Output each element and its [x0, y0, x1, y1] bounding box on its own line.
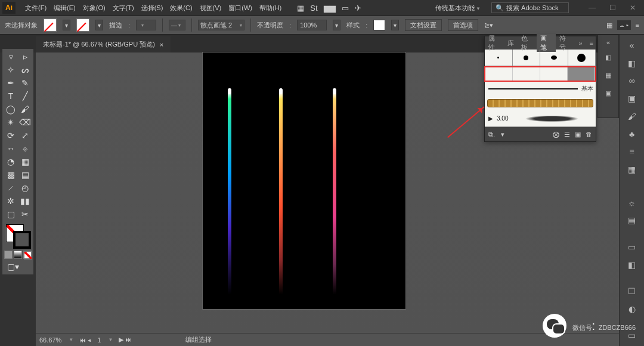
- gradient-mode-button[interactable]: [14, 251, 22, 259]
- bridge-icon[interactable]: ▦: [297, 4, 304, 13]
- menu-effect[interactable]: 效果(C): [166, 1, 196, 15]
- graphic-style-swatch[interactable]: [373, 20, 385, 30]
- properties-shortcut-icon[interactable]: ▣: [601, 86, 615, 100]
- direct-selection-tool[interactable]: ▹: [18, 50, 32, 63]
- brush-lib-menu-icon[interactable]: ▾: [501, 131, 504, 138]
- document-tab[interactable]: 未标题-1* @ 66.67% (RGB/GPU 预览) ×: [36, 36, 171, 52]
- symbol-sprayer-tool[interactable]: ✲: [4, 194, 18, 208]
- brush-libraries-icon[interactable]: ⧉.: [488, 131, 495, 138]
- document-setup-button[interactable]: 文档设置: [405, 19, 442, 31]
- brush-thumb[interactable]: [568, 50, 596, 66]
- pen-tool[interactable]: ✒: [4, 76, 18, 89]
- menu-edit[interactable]: 编辑(E): [50, 1, 79, 15]
- free-transform-tool[interactable]: ⟐: [18, 142, 32, 155]
- slice-tool[interactable]: ✂: [18, 208, 32, 221]
- ellipse-tool[interactable]: ◯: [4, 103, 18, 116]
- brush-thumb[interactable]: [540, 50, 568, 66]
- graphic-style-dropdown[interactable]: ▾: [391, 20, 399, 30]
- brushes-panel-icon[interactable]: 🖌: [624, 109, 640, 123]
- panel-menu-icon[interactable]: ≡: [636, 21, 639, 29]
- stroke-weight-field[interactable]: ▾: [136, 20, 156, 30]
- stroke-indicator[interactable]: [13, 231, 31, 249]
- align-panel-icon[interactable]: ▭: [624, 240, 640, 254]
- appearance-panel-icon[interactable]: ☼: [624, 196, 640, 210]
- brush-definition-dropdown[interactable]: 散点画笔 2▾: [198, 20, 244, 30]
- stock-icon[interactable]: St: [310, 4, 317, 13]
- paintbrush-tool[interactable]: 🖌: [18, 103, 32, 116]
- brush-thumb[interactable]: [485, 50, 513, 66]
- assets-panel-icon[interactable]: ▣: [624, 91, 640, 106]
- graphic-styles-icon[interactable]: ▤: [624, 213, 640, 227]
- new-brush-icon[interactable]: ▣: [575, 131, 581, 138]
- transform-panel-icon[interactable]: ☐: [624, 284, 640, 298]
- workspace-switcher[interactable]: 传统基本功能▼: [431, 2, 485, 14]
- shape-builder-tool[interactable]: ◔: [4, 155, 18, 168]
- selection-tool[interactable]: ▿: [4, 50, 18, 63]
- stroke-swatch-none[interactable]: [76, 18, 89, 32]
- menu-object[interactable]: 对象(O): [79, 1, 109, 15]
- gpu-icon[interactable]: ▭: [342, 4, 349, 13]
- brush-slot[interactable]: [540, 67, 568, 81]
- brush-chain-row[interactable]: [485, 96, 596, 110]
- expand-panels-icon[interactable]: «: [624, 38, 640, 52]
- window-maximize-button[interactable]: ☐: [603, 2, 621, 14]
- pathfinder-panel-icon[interactable]: ◧: [624, 258, 640, 272]
- shaper-tool[interactable]: ✴: [4, 116, 18, 129]
- brush-size-row[interactable]: ▶ 3.00: [485, 110, 596, 127]
- window-close-button[interactable]: ✕: [624, 2, 642, 14]
- symbols-panel-icon[interactable]: ♣: [624, 127, 640, 141]
- fill-stroke-control[interactable]: [4, 223, 32, 251]
- swatches-panel-icon[interactable]: ▦: [624, 162, 640, 177]
- panel-tab-libraries[interactable]: 库: [504, 39, 518, 48]
- eyedropper-tool[interactable]: ⟋: [4, 181, 18, 194]
- window-minimize-button[interactable]: —: [583, 2, 601, 14]
- preferences-button[interactable]: 首选项: [448, 19, 478, 31]
- screen-mode-button[interactable]: ▢▾: [4, 260, 32, 273]
- delete-brush-icon[interactable]: 🗑: [586, 131, 592, 138]
- column-graph-tool[interactable]: ▮▮: [18, 194, 32, 208]
- close-tab-icon[interactable]: ×: [160, 41, 163, 48]
- align-panel-icon[interactable]: ⫠▸: [617, 20, 631, 30]
- transform-panel-icon[interactable]: ▦: [606, 21, 612, 29]
- layers-panel-icon[interactable]: ◧: [624, 56, 640, 70]
- gradient-tool[interactable]: ▤: [18, 168, 32, 181]
- stroke-panel-icon[interactable]: ≡: [624, 145, 640, 159]
- brush-basic-row[interactable]: 基本: [485, 82, 596, 96]
- perspective-grid-tool[interactable]: ▦: [18, 155, 32, 168]
- search-stock-input[interactable]: 🔍 搜索 Adobe Stock: [491, 2, 569, 13]
- arrange-icon[interactable]: ▆▆: [324, 4, 336, 13]
- color-guide-icon[interactable]: ▦: [601, 69, 615, 82]
- cc-libraries-icon[interactable]: ∞: [624, 74, 640, 88]
- menu-type[interactable]: 文字(T): [109, 1, 138, 15]
- opacity-field[interactable]: 100%: [297, 20, 327, 30]
- menu-select[interactable]: 选择(S): [138, 1, 167, 15]
- zoom-level[interactable]: 66.67%: [39, 336, 61, 344]
- magic-wand-tool[interactable]: ✧: [4, 63, 18, 76]
- brush-slot-selected[interactable]: [568, 67, 595, 81]
- stroke-dropdown[interactable]: ▾: [95, 20, 103, 30]
- rotate-tool[interactable]: ⟳: [4, 129, 18, 142]
- menu-help[interactable]: 帮助(H): [256, 1, 285, 15]
- line-segment-tool[interactable]: ╱: [18, 89, 32, 103]
- artboard-tool[interactable]: ▢: [4, 208, 18, 221]
- fill-swatch-none[interactable]: [44, 18, 57, 32]
- color-mode-button[interactable]: [4, 251, 13, 259]
- expand-dock2-icon[interactable]: «: [606, 39, 610, 46]
- align-flyout-icon[interactable]: ⊵▾: [484, 21, 493, 29]
- remove-brush-stroke-icon[interactable]: ⨂: [553, 131, 559, 138]
- artboard-nav-prev[interactable]: ⏮ ◀: [79, 336, 91, 344]
- eraser-tool[interactable]: ⌫: [18, 116, 32, 129]
- color-panel-icon[interactable]: ◧: [601, 51, 615, 64]
- blend-tool[interactable]: ◴: [18, 181, 32, 194]
- fill-dropdown[interactable]: ▾: [63, 20, 70, 30]
- panel-tabs-overflow[interactable]: »: [575, 39, 586, 47]
- menu-file[interactable]: 文件(F): [21, 1, 50, 15]
- brush-options-icon[interactable]: ☰: [564, 131, 570, 138]
- share-icon[interactable]: ✈: [355, 4, 361, 13]
- brush-slot[interactable]: [485, 67, 513, 81]
- brush-thumb[interactable]: [513, 50, 541, 66]
- var-width-profile[interactable]: —▾: [169, 20, 185, 30]
- mesh-tool[interactable]: ▩: [4, 168, 18, 181]
- menu-view[interactable]: 视图(V): [196, 1, 225, 15]
- artboard-nav-next[interactable]: ▶ ⏭: [119, 336, 132, 344]
